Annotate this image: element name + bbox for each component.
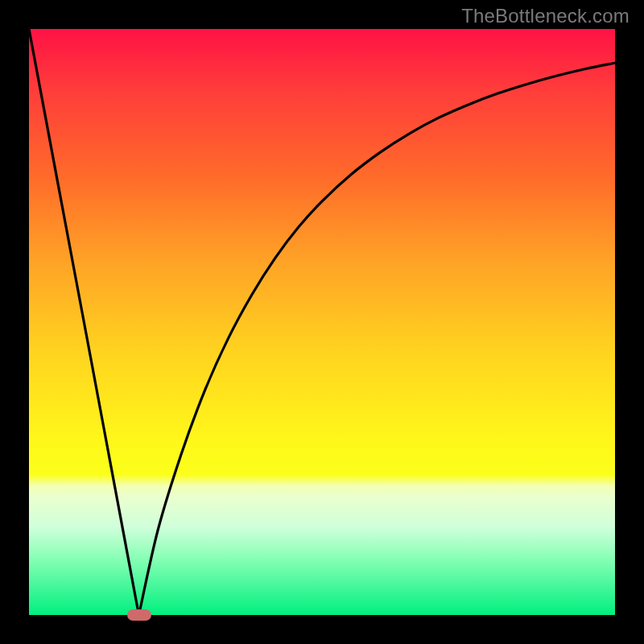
- series-left-branch: [29, 29, 139, 615]
- min-marker: [127, 609, 151, 621]
- curve-layer: [29, 29, 615, 615]
- attribution-text: TheBottleneck.com: [461, 5, 630, 27]
- plot-area: [29, 29, 615, 615]
- chart-frame: TheBottleneck.com: [0, 0, 644, 644]
- series-right-branch: [139, 63, 616, 615]
